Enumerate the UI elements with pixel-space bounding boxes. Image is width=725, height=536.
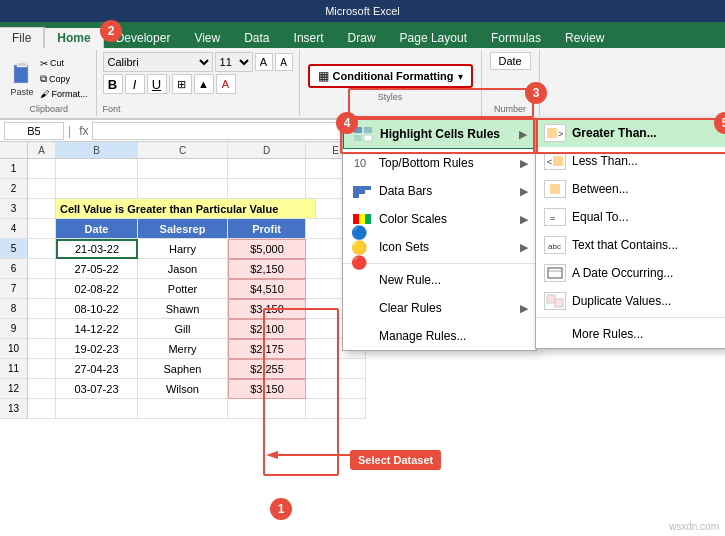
cell-b13[interactable] <box>56 399 138 419</box>
cell-b6[interactable]: 27-05-22 <box>56 259 138 279</box>
between-icon <box>544 180 566 198</box>
cell-d1[interactable] <box>228 159 306 179</box>
cell-d8[interactable]: $3,150 <box>228 299 306 319</box>
menu-item-newrule[interactable]: New Rule... <box>343 266 536 294</box>
tab-formulas[interactable]: Formulas <box>479 28 553 48</box>
cell-d10[interactable]: $2,175 <box>228 339 306 359</box>
cell-a3[interactable] <box>28 199 56 219</box>
cell-a12[interactable] <box>28 379 56 399</box>
cell-d7[interactable]: $4,510 <box>228 279 306 299</box>
font-selector[interactable]: Calibri <box>103 52 213 72</box>
format-painter-button[interactable]: 🖌 Format... <box>38 88 90 100</box>
cell-b12[interactable]: 03-07-23 <box>56 379 138 399</box>
cell-c5[interactable]: Harry <box>138 239 228 259</box>
menu-item-iconsets[interactable]: 🔵🟡🔴 Icon Sets ▶ <box>343 233 536 261</box>
fill-color-button[interactable]: ▲ <box>194 74 214 94</box>
cell-a6[interactable] <box>28 259 56 279</box>
cell-b7[interactable]: 02-08-22 <box>56 279 138 299</box>
cell-c1[interactable] <box>138 159 228 179</box>
cell-c2[interactable] <box>138 179 228 199</box>
submenu-item-lessthan[interactable]: < Less Than... <box>536 147 725 175</box>
submenu-item-between[interactable]: Between... <box>536 175 725 203</box>
cell-b8[interactable]: 08-10-22 <box>56 299 138 319</box>
tab-file[interactable]: File <box>0 27 44 48</box>
bold-button[interactable]: B <box>103 74 123 94</box>
cell-c4-header[interactable]: Salesrep <box>138 219 228 239</box>
cell-a11[interactable] <box>28 359 56 379</box>
cell-b9[interactable]: 14-12-22 <box>56 319 138 339</box>
cell-b3-title[interactable]: Cell Value is Greater than Particular Va… <box>56 199 316 219</box>
cell-d6[interactable]: $2,150 <box>228 259 306 279</box>
row-num-4: 4 <box>0 219 28 239</box>
cell-e12[interactable] <box>306 379 366 399</box>
tab-view[interactable]: View <box>182 28 232 48</box>
cell-a8[interactable] <box>28 299 56 319</box>
number-format-display[interactable]: Date <box>490 52 531 70</box>
cell-c10[interactable]: Merry <box>138 339 228 359</box>
cell-b1[interactable] <box>56 159 138 179</box>
border-button[interactable]: ⊞ <box>172 74 192 94</box>
menu-item-databars[interactable]: Data Bars ▶ <box>343 177 536 205</box>
function-icon[interactable]: fx <box>79 124 88 138</box>
cut-button[interactable]: ✂Cut <box>38 57 90 70</box>
tab-home[interactable]: Home <box>44 26 103 48</box>
italic-button[interactable]: I <box>125 74 145 94</box>
menu-item-managerules[interactable]: Manage Rules... <box>343 322 536 350</box>
divider1 <box>169 75 170 93</box>
cell-b5[interactable]: 21-03-22 <box>56 239 138 259</box>
underline-button[interactable]: U <box>147 74 167 94</box>
cell-e13[interactable] <box>306 399 366 419</box>
cell-c8[interactable]: Shawn <box>138 299 228 319</box>
cell-a9[interactable] <box>28 319 56 339</box>
cell-d9[interactable]: $2,100 <box>228 319 306 339</box>
cell-d2[interactable] <box>228 179 306 199</box>
cell-c7[interactable]: Potter <box>138 279 228 299</box>
submenu-item-greaterthan[interactable]: > Greater Than... <box>536 119 725 147</box>
submenu-item-dateoccurring[interactable]: A Date Occurring... <box>536 259 725 287</box>
cell-a13[interactable] <box>28 399 56 419</box>
submenu-item-duplicates[interactable]: Duplicate Values... <box>536 287 725 315</box>
conditional-formatting-button[interactable]: ▦ Conditional Formatting ▾ <box>308 64 473 88</box>
cell-b2[interactable] <box>56 179 138 199</box>
cell-a1[interactable] <box>28 159 56 179</box>
cell-d4-header[interactable]: Profit <box>228 219 306 239</box>
copy-button[interactable]: ⧉Copy <box>38 72 90 86</box>
cell-d13[interactable] <box>228 399 306 419</box>
title-bar-text: Microsoft Excel <box>8 5 717 17</box>
font-grow-button[interactable]: A <box>255 53 273 71</box>
cell-a7[interactable] <box>28 279 56 299</box>
tab-draw[interactable]: Draw <box>336 28 388 48</box>
paste-button[interactable]: Paste <box>8 57 36 99</box>
tab-data[interactable]: Data <box>232 28 281 48</box>
clearrules-label: Clear Rules <box>379 301 514 315</box>
menu-item-clearrules[interactable]: Clear Rules ▶ <box>343 294 536 322</box>
submenu-item-morerules[interactable]: More Rules... <box>536 320 725 348</box>
cell-a10[interactable] <box>28 339 56 359</box>
cell-c11[interactable]: Saphen <box>138 359 228 379</box>
cell-reference-input[interactable] <box>4 122 64 140</box>
tab-review[interactable]: Review <box>553 28 616 48</box>
menu-item-topbottom[interactable]: 10 Top/Bottom Rules ▶ <box>343 149 536 177</box>
font-color-button[interactable]: A <box>216 74 236 94</box>
cell-c6[interactable]: Jason <box>138 259 228 279</box>
font-shrink-button[interactable]: A <box>275 53 293 71</box>
cell-b10[interactable]: 19-02-23 <box>56 339 138 359</box>
cell-d11[interactable]: $2,255 <box>228 359 306 379</box>
cell-e11[interactable] <box>306 359 366 379</box>
cell-b4-header[interactable]: Date <box>56 219 138 239</box>
submenu-item-textcontains[interactable]: abc Text that Contains... <box>536 231 725 259</box>
cell-b11[interactable]: 27-04-23 <box>56 359 138 379</box>
tab-insert[interactable]: Insert <box>282 28 336 48</box>
cell-d5[interactable]: $5,000 <box>228 239 306 259</box>
cell-d12[interactable]: $3,150 <box>228 379 306 399</box>
cell-c12[interactable]: Wilson <box>138 379 228 399</box>
menu-item-highlight[interactable]: Highlight Cells Rules ▶ <box>343 119 536 149</box>
font-size-selector[interactable]: 11 <box>215 52 253 72</box>
tab-pagelayout[interactable]: Page Layout <box>388 28 479 48</box>
submenu-item-equalto[interactable]: = Equal To... <box>536 203 725 231</box>
cell-c9[interactable]: Gill <box>138 319 228 339</box>
cell-a4[interactable] <box>28 219 56 239</box>
cell-a2[interactable] <box>28 179 56 199</box>
cell-c13[interactable] <box>138 399 228 419</box>
cell-a5[interactable] <box>28 239 56 259</box>
